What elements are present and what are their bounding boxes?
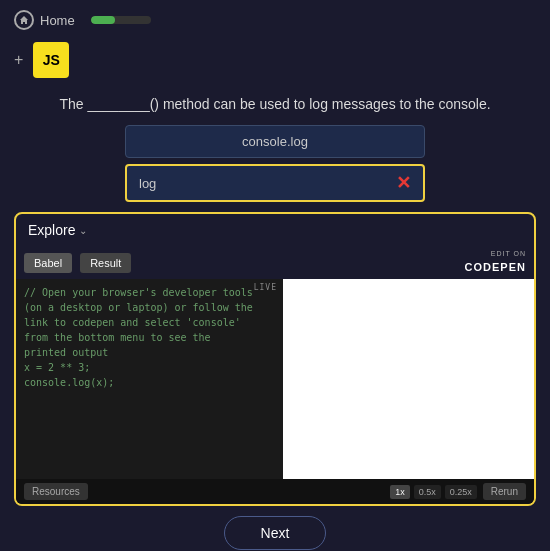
chevron-down-icon: ⌄	[79, 225, 87, 236]
codepen-toolbar: Babel Result EDIT ON CODEPEN	[16, 246, 534, 279]
rerun-button[interactable]: Rerun	[483, 483, 526, 500]
badge-row: + JS	[0, 40, 550, 80]
explore-panel: Explore ⌄ Babel Result EDIT ON CODEPEN L…	[14, 212, 536, 506]
question-text: The ________() method can be used to log…	[40, 94, 510, 115]
zoom-05x-button[interactable]: 0.5x	[414, 485, 441, 499]
code-text: // Open your browser's developer tools (…	[24, 285, 275, 390]
home-label: Home	[40, 13, 75, 28]
codepen-content: LIVE // Open your browser's developer to…	[16, 279, 534, 479]
result-panel	[283, 279, 534, 479]
zoom-controls: 1x 0.5x 0.25x	[390, 485, 477, 499]
answer-label-2: log	[139, 176, 156, 191]
babel-button[interactable]: Babel	[24, 253, 72, 273]
codepen-logo: CODEPEN	[465, 261, 526, 273]
edit-on-codepen[interactable]: EDIT ON CODEPEN	[465, 250, 526, 275]
home-button[interactable]: Home	[14, 10, 75, 30]
zoom-025x-button[interactable]: 0.25x	[445, 485, 477, 499]
zoom-1x-button[interactable]: 1x	[390, 485, 410, 499]
header: Home	[0, 0, 550, 40]
explore-header[interactable]: Explore ⌄	[16, 214, 534, 246]
js-badge: JS	[33, 42, 69, 78]
answer-option-2: log ✕	[125, 164, 425, 202]
code-panel: LIVE // Open your browser's developer to…	[16, 279, 283, 479]
answer-option-1: console.log	[125, 125, 425, 158]
explore-title: Explore	[28, 222, 75, 238]
next-button-container: Next	[0, 516, 550, 550]
wrong-icon: ✕	[396, 174, 411, 192]
plus-icon[interactable]: +	[14, 51, 23, 69]
next-button[interactable]: Next	[224, 516, 327, 550]
live-badge: LIVE	[254, 283, 277, 292]
codepen-footer: Resources 1x 0.5x 0.25x Rerun	[16, 479, 534, 504]
edit-on-label: EDIT ON	[465, 250, 526, 257]
resources-button[interactable]: Resources	[24, 483, 88, 500]
progress-bar	[91, 16, 151, 24]
result-button[interactable]: Result	[80, 253, 131, 273]
progress-fill	[91, 16, 115, 24]
home-icon	[14, 10, 34, 30]
answer-button-2[interactable]: log ✕	[125, 164, 425, 202]
answer-button-1[interactable]: console.log	[125, 125, 425, 158]
